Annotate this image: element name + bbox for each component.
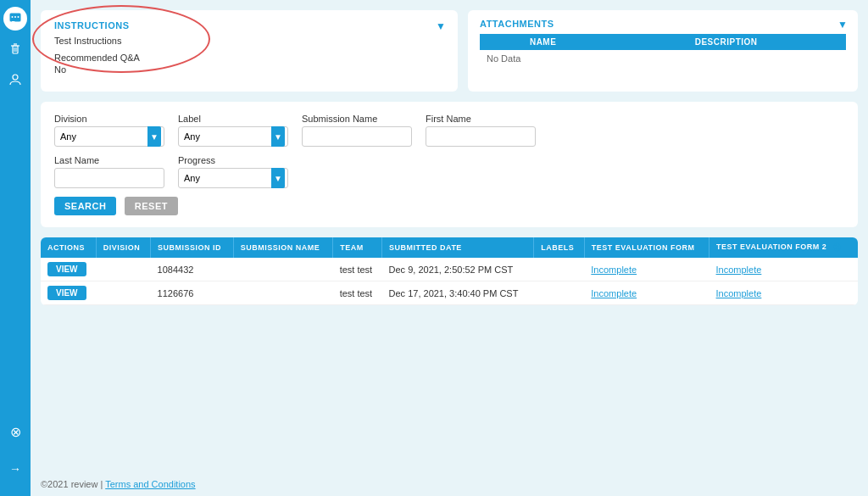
cell-test-eval-form: Incomplete (584, 258, 709, 281)
table-row: VIEW 1126676 test test Dec 17, 2021, 3:4… (41, 281, 858, 305)
svg-point-9 (13, 75, 18, 80)
cell-division (96, 281, 150, 305)
attachments-no-data-row: No Data (480, 50, 846, 67)
col-submission-id: SUBMISSION ID (151, 237, 234, 258)
attachments-col-name: NAME (480, 34, 606, 50)
view-button[interactable]: VIEW (47, 286, 86, 300)
cell-division (96, 258, 150, 281)
cell-test-eval-form2: Incomplete (709, 281, 858, 305)
last-name-field-group: Last Name (54, 155, 164, 188)
svg-point-3 (18, 16, 19, 18)
instructions-title: INSTRUCTIONS (54, 20, 444, 31)
cell-submitted-date: Dec 17, 2021, 3:40:40 PM CST (382, 281, 534, 305)
gear-icon[interactable]: ⚙ (832, 242, 843, 254)
logout-icon[interactable]: → (3, 457, 27, 481)
col-labels: LABELS (534, 237, 584, 258)
first-name-field-group: First Name (426, 114, 536, 147)
cell-action: VIEW (41, 258, 96, 281)
col-team: TEAM (333, 237, 382, 258)
incomplete-link2[interactable]: Incomplete (716, 265, 762, 275)
test-instructions-value: Test Instructions (54, 36, 444, 46)
first-name-input[interactable] (426, 126, 536, 147)
col-test-eval-form: TEST EVALUATION FORM (584, 237, 709, 258)
label-field-group: Label Any ▼ (178, 114, 288, 147)
col-submitted-date: SUBMITTED DATE (382, 237, 534, 258)
attachments-col-description: DESCRIPTION (606, 34, 846, 50)
trash-icon[interactable] (3, 37, 27, 61)
svg-point-2 (14, 16, 16, 18)
footer-copyright: ©2021 review | (41, 479, 105, 489)
division-field-group: Division Any ▼ (54, 114, 164, 147)
top-panels-row: INSTRUCTIONS ▼ Test Instructions Recomme… (41, 10, 858, 92)
col-submission-name: SUBMISSION NAME (233, 237, 332, 258)
col-actions: ACTIONS (41, 237, 96, 258)
recommended-qa-value: No (54, 64, 444, 75)
progress-select-wrap: Any ▼ (178, 168, 288, 188)
reset-button[interactable]: RESET (125, 197, 178, 215)
progress-label: Progress (178, 155, 288, 165)
cell-team: test test (333, 281, 382, 305)
division-select-wrap: Any ▼ (54, 126, 164, 147)
results-table-body: VIEW 1084432 test test Dec 9, 2021, 2:50… (41, 258, 858, 305)
submission-name-label: Submission Name (302, 114, 412, 124)
sidebar: ⊗ → (0, 0, 31, 496)
submission-name-input[interactable] (302, 126, 412, 147)
cell-submitted-date: Dec 9, 2021, 2:50:52 PM CST (382, 258, 534, 281)
label-label: Label (178, 114, 288, 124)
instructions-panel: INSTRUCTIONS ▼ Test Instructions Recomme… (41, 10, 458, 92)
attachments-chevron[interactable]: ▼ (837, 19, 848, 31)
terms-link[interactable]: Terms and Conditions (105, 479, 195, 489)
search-panel: Division Any ▼ Label Any ▼ (41, 102, 858, 227)
label-select[interactable]: Any (178, 126, 288, 147)
search-buttons: SEARCH RESET (54, 197, 844, 215)
col-test-eval-form2: TEST EVALUATION FORM 2 ⚙ (709, 237, 858, 258)
attachments-table: NAME DESCRIPTION No Data (480, 34, 846, 67)
last-name-input[interactable] (54, 168, 164, 188)
submission-name-field-group: Submission Name (302, 114, 412, 147)
incomplete-link[interactable]: Incomplete (591, 288, 637, 298)
table-row: VIEW 1084432 test test Dec 9, 2021, 2:50… (41, 258, 858, 281)
chat-icon[interactable] (3, 7, 27, 31)
cell-submission-name (233, 281, 332, 305)
attachments-panel: ATTACHMENTS ▼ NAME DESCRIPTION No Data (468, 10, 858, 92)
cell-labels (534, 281, 584, 305)
last-name-label: Last Name (54, 155, 164, 165)
cell-submission-name (233, 258, 332, 281)
cell-submission-id: 1084432 (151, 258, 234, 281)
search-row-2: Last Name Progress Any ▼ (54, 155, 844, 188)
col-division: DIVISION (96, 237, 150, 258)
instructions-chevron[interactable]: ▼ (436, 20, 446, 32)
recommended-qa-label: Recommended Q&A (54, 53, 444, 63)
results-table-wrap: ACTIONS DIVISION SUBMISSION ID SUBMISSIO… (41, 237, 858, 305)
incomplete-link[interactable]: Incomplete (591, 265, 637, 275)
search-button[interactable]: SEARCH (54, 197, 116, 215)
results-table-header-row: ACTIONS DIVISION SUBMISSION ID SUBMISSIO… (41, 237, 858, 258)
cell-labels (534, 258, 584, 281)
attachments-title: ATTACHMENTS (480, 19, 846, 29)
svg-rect-4 (13, 46, 18, 53)
search-row-1: Division Any ▼ Label Any ▼ (54, 114, 844, 147)
progress-select[interactable]: Any (178, 168, 288, 188)
first-name-label: First Name (426, 114, 536, 124)
division-label: Division (54, 114, 164, 124)
attachments-no-data: No Data (480, 50, 846, 67)
progress-field-group: Progress Any ▼ (178, 155, 288, 188)
cell-submission-id: 1126676 (151, 281, 234, 305)
division-select[interactable]: Any (54, 126, 164, 147)
close-circle-icon[interactable]: ⊗ (3, 420, 27, 443)
results-table: ACTIONS DIVISION SUBMISSION ID SUBMISSIO… (41, 237, 858, 305)
view-button[interactable]: VIEW (47, 262, 86, 276)
svg-point-1 (12, 16, 14, 18)
incomplete-link2[interactable]: Incomplete (716, 288, 762, 298)
cell-test-eval-form: Incomplete (584, 281, 709, 305)
cell-test-eval-form2: Incomplete (709, 258, 858, 281)
user-icon[interactable] (3, 68, 27, 92)
footer: ©2021 review | Terms and Conditions (31, 472, 868, 496)
cell-action: VIEW (41, 281, 96, 305)
cell-team: test test (333, 258, 382, 281)
label-select-wrap: Any ▼ (178, 126, 288, 147)
